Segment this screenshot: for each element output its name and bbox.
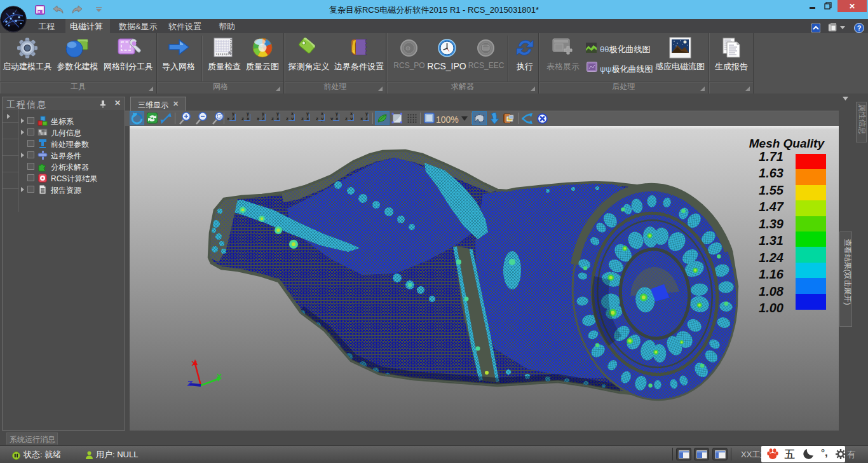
- svg-text:?: ?: [857, 24, 862, 32]
